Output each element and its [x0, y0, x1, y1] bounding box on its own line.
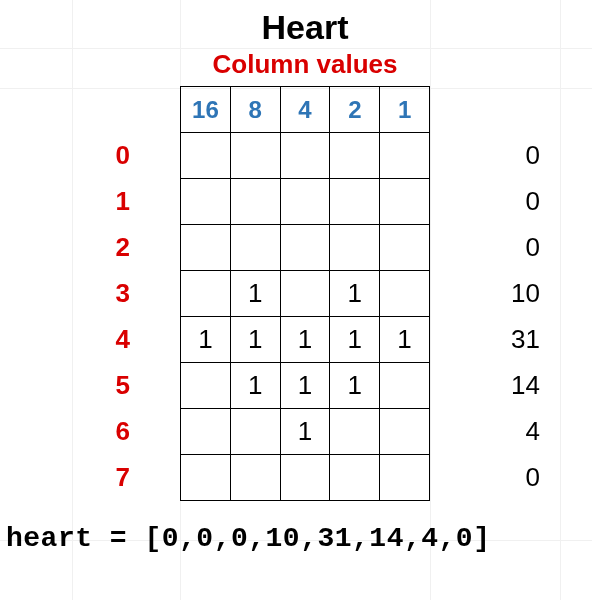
cell [181, 455, 231, 501]
cell: 1 [230, 271, 280, 317]
cell [330, 179, 380, 225]
cell [330, 455, 380, 501]
row-label: 3 [116, 270, 130, 316]
cell [280, 225, 330, 271]
table-row [181, 455, 430, 501]
col-header: 4 [280, 87, 330, 133]
result-code: heart = [0,0,0,10,31,14,4,0] [0, 523, 592, 554]
col-header: 1 [380, 87, 430, 133]
row-sum: 31 [511, 316, 540, 362]
cell: 1 [280, 317, 330, 363]
col-header: 2 [330, 87, 380, 133]
cell: 1 [181, 317, 231, 363]
row-labels-column: 0 1 2 3 4 5 6 7 [0, 86, 180, 501]
row-label: 5 [116, 362, 130, 408]
col-header: 8 [230, 87, 280, 133]
cell: 1 [330, 363, 380, 409]
page-title: Heart [180, 8, 430, 47]
cell [181, 179, 231, 225]
row-label: 7 [116, 454, 130, 500]
cell [230, 225, 280, 271]
cell [280, 455, 330, 501]
cell [280, 133, 330, 179]
cell [380, 455, 430, 501]
cell [380, 409, 430, 455]
row-sum: 0 [526, 132, 540, 178]
cell: 1 [280, 409, 330, 455]
cell [230, 179, 280, 225]
table-row [181, 179, 430, 225]
row-sum: 14 [511, 362, 540, 408]
cell [230, 455, 280, 501]
row-label: 6 [116, 408, 130, 454]
col-header: 16 [181, 87, 231, 133]
columns-subtitle: Column values [180, 49, 430, 80]
cell [230, 133, 280, 179]
cell: 1 [330, 317, 380, 363]
cell [280, 179, 330, 225]
cell: 1 [380, 317, 430, 363]
table-row: 1 1 [181, 271, 430, 317]
table-row: 1 [181, 409, 430, 455]
cell: 1 [230, 363, 280, 409]
cell [230, 409, 280, 455]
cell [380, 133, 430, 179]
row-sum: 0 [526, 178, 540, 224]
cell [181, 409, 231, 455]
row-label: 2 [116, 224, 130, 270]
cell [181, 363, 231, 409]
cell: 1 [230, 317, 280, 363]
cell [330, 225, 380, 271]
cell [380, 225, 430, 271]
table-row: 1 1 1 1 1 [181, 317, 430, 363]
cell [330, 409, 380, 455]
row-label: 0 [116, 132, 130, 178]
cell [280, 271, 330, 317]
bitmap-grid: 16 8 4 2 1 [180, 86, 430, 501]
cell [181, 133, 231, 179]
grid-table: 16 8 4 2 1 [180, 86, 430, 501]
row-sums-column: 0 0 0 10 31 14 4 0 [430, 86, 570, 501]
row-label: 4 [116, 316, 130, 362]
row-sum: 4 [526, 408, 540, 454]
table-row: 1 1 1 [181, 363, 430, 409]
cell [380, 363, 430, 409]
header-row: 16 8 4 2 1 [181, 87, 430, 133]
cell [181, 225, 231, 271]
cell [380, 271, 430, 317]
row-sum: 0 [526, 454, 540, 500]
table-row [181, 225, 430, 271]
table-row [181, 133, 430, 179]
row-label: 1 [116, 178, 130, 224]
cell: 1 [280, 363, 330, 409]
row-sum: 10 [511, 270, 540, 316]
cell [380, 179, 430, 225]
cell [181, 271, 231, 317]
cell: 1 [330, 271, 380, 317]
row-sum: 0 [526, 224, 540, 270]
cell [330, 133, 380, 179]
